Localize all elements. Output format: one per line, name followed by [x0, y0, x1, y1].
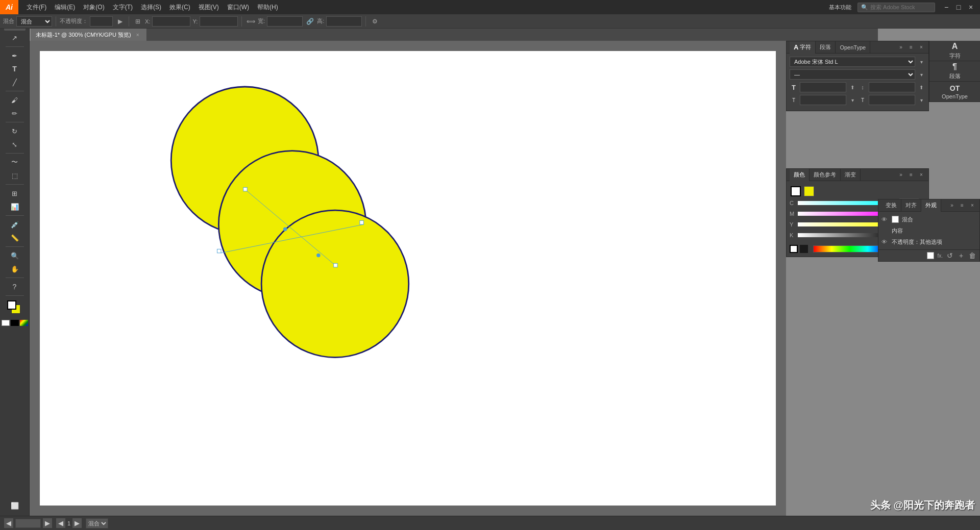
char-tab-paragraph[interactable]: 段落 — [816, 41, 836, 54]
font-style-select[interactable]: — — [790, 69, 915, 80]
pen-tool[interactable]: ✒ — [4, 49, 26, 62]
color-tab-color[interactable]: 颜色 — [790, 169, 810, 181]
mini-para-item[interactable]: ¶ 段落 — [929, 61, 980, 82]
search-bar[interactable]: 🔍 — [857, 3, 935, 12]
line-tool[interactable]: ╱ — [4, 76, 26, 88]
artboard-tool[interactable]: ⬜ — [4, 499, 26, 512]
add-appearance-icon[interactable]: + — [957, 251, 965, 260]
opacity-input[interactable]: 100% — [90, 16, 113, 27]
warp-tool[interactable]: 〜 — [4, 156, 26, 168]
font-select[interactable]: Adobe 宋体 Std L — [790, 57, 915, 67]
zoom-in-btn[interactable]: ▶ — [43, 518, 52, 528]
panel-menu-btn[interactable]: ≡ — [907, 43, 915, 52]
tracking-expand-icon[interactable]: ▾ — [848, 96, 856, 104]
color-panel-expand[interactable]: » — [897, 171, 905, 179]
doc-tab-active[interactable]: 未标题-1* @ 300% (CMYK/GPU 预览) × — [31, 29, 147, 41]
search-input[interactable] — [870, 4, 932, 10]
scale-tool[interactable]: ⤡ — [4, 138, 26, 150]
zoom-input[interactable]: 300% — [15, 519, 41, 528]
unknown-tool[interactable]: ? — [4, 281, 26, 293]
panel-expand-btn[interactable]: » — [897, 43, 905, 52]
appearance-tab[interactable]: 外观 — [921, 199, 941, 212]
paintbrush-tool[interactable]: 🖌 — [4, 94, 26, 106]
blend-mode-select[interactable]: 混合 — [16, 16, 52, 27]
stroke-none-icon[interactable] — [11, 320, 19, 326]
opacity-arrow[interactable]: ▶ — [115, 16, 125, 27]
opacity-eye-icon[interactable]: 👁 — [881, 239, 889, 245]
eyedropper-tool[interactable]: 💉 — [4, 218, 26, 231]
transform-tab[interactable]: 变换 — [881, 199, 901, 212]
menu-edit[interactable]: 编辑(E) — [51, 0, 79, 14]
menu-text[interactable]: 文字(T) — [109, 0, 137, 14]
pencil-tool[interactable]: ✏ — [4, 107, 26, 119]
gradient-icon[interactable] — [20, 320, 28, 326]
line-height-icon: ↕ — [859, 84, 867, 90]
black-swatch[interactable] — [790, 245, 798, 253]
more-options-icon[interactable]: ⚙ — [370, 16, 380, 27]
dark-swatch[interactable] — [800, 245, 808, 253]
prev-page-btn[interactable]: ◀ — [56, 518, 65, 528]
menu-help[interactable]: 帮助(H) — [253, 0, 282, 14]
stroke-color-swatch[interactable] — [7, 300, 16, 310]
color-tab-gradient[interactable]: 渐变 — [841, 169, 861, 181]
char-tab-character[interactable]: A 字符 — [790, 41, 816, 54]
color-panel-close[interactable]: × — [917, 171, 925, 179]
mini-char-item[interactable]: A 字符 — [929, 41, 980, 61]
close-button[interactable]: × — [966, 2, 976, 12]
h-input[interactable]: 66.518 mm — [326, 16, 362, 27]
color-panel-menu[interactable]: ≡ — [907, 171, 915, 179]
mini-opentype-item[interactable]: OT OpenType — [929, 82, 980, 102]
kerning-input[interactable]: 100% — [869, 95, 915, 105]
menu-object[interactable]: 对象(O) — [79, 0, 108, 14]
status-blend-select[interactable]: 混合 — [86, 518, 108, 528]
blend-eye-icon[interactable]: 👁 — [881, 216, 889, 222]
shape-builder-tool[interactable]: ⊞ — [4, 187, 26, 199]
bg-color-swatch[interactable] — [804, 186, 814, 196]
kerning-expand-icon[interactable]: ▾ — [917, 96, 925, 104]
free-transform-tool[interactable]: ⬚ — [4, 169, 26, 182]
appearance-menu[interactable]: ≡ — [958, 201, 966, 210]
delete-appearance-icon[interactable]: 🗑 — [968, 251, 976, 260]
align-tab[interactable]: 对齐 — [901, 199, 921, 212]
appearance-panel: 变换 对齐 外观 » ≡ × 👁 混合 内容 👁 不透明度：其他选项 fx. ↺… — [878, 199, 980, 262]
appearance-expand[interactable]: » — [948, 201, 956, 210]
fg-color-swatch[interactable] — [791, 186, 801, 196]
tracking-input[interactable]: 100% — [800, 95, 846, 105]
menu-effect[interactable]: 效果(C) — [165, 0, 194, 14]
graph-tool[interactable]: 📊 — [4, 200, 26, 213]
maximize-button[interactable]: □ — [953, 2, 964, 12]
font-style-expand-icon[interactable]: ▾ — [917, 70, 925, 79]
w-input[interactable]: 66.518 mm — [267, 16, 303, 27]
char-tab-opentype[interactable]: OpenType — [836, 41, 870, 54]
hand-tool[interactable]: ✋ — [4, 263, 26, 275]
y-input[interactable]: 115.221 mm — [200, 16, 238, 27]
next-page-btn[interactable]: ▶ — [72, 518, 82, 528]
panel-close-btn[interactable]: × — [917, 43, 925, 52]
menu-select[interactable]: 选择(S) — [137, 0, 165, 14]
minimize-button[interactable]: − — [941, 2, 951, 12]
menu-file[interactable]: 文件(F) — [22, 0, 51, 14]
rotate-tool[interactable]: ↻ — [4, 125, 26, 137]
type-tool[interactable]: T — [4, 63, 26, 75]
menu-view[interactable]: 视图(V) — [194, 0, 223, 14]
x-input[interactable]: 74.769 mm — [152, 16, 190, 27]
appearance-close[interactable]: × — [968, 201, 976, 210]
fill-none-icon[interactable] — [2, 320, 10, 326]
font-size-stepper[interactable]: ⬆ — [848, 83, 856, 91]
font-expand-icon[interactable]: ▾ — [917, 58, 925, 66]
lock-proportions-icon[interactable]: 🔗 — [305, 16, 315, 27]
direct-selection-tool[interactable]: ↗ — [4, 32, 26, 44]
opacity-label[interactable]: 不透明度：其他选项 — [892, 238, 976, 246]
color-tab-reference[interactable]: 颜色参考 — [810, 169, 841, 181]
zoom-tool[interactable]: 🔍 — [4, 249, 26, 262]
menu-window[interactable]: 窗口(W) — [223, 0, 253, 14]
measure-tool[interactable]: 📏 — [4, 232, 26, 244]
fx-label[interactable]: fx. — [937, 253, 943, 259]
line-height-input[interactable] — [869, 82, 915, 92]
doc-tab-close[interactable]: × — [134, 31, 141, 38]
refresh-icon[interactable]: ↺ — [946, 251, 954, 260]
zoom-out-btn[interactable]: ◀ — [4, 518, 13, 528]
font-size-input[interactable]: 12 pt — [800, 82, 846, 92]
line-height-stepper[interactable]: ⬆ — [917, 83, 925, 91]
circles-svg[interactable] — [152, 71, 428, 377]
